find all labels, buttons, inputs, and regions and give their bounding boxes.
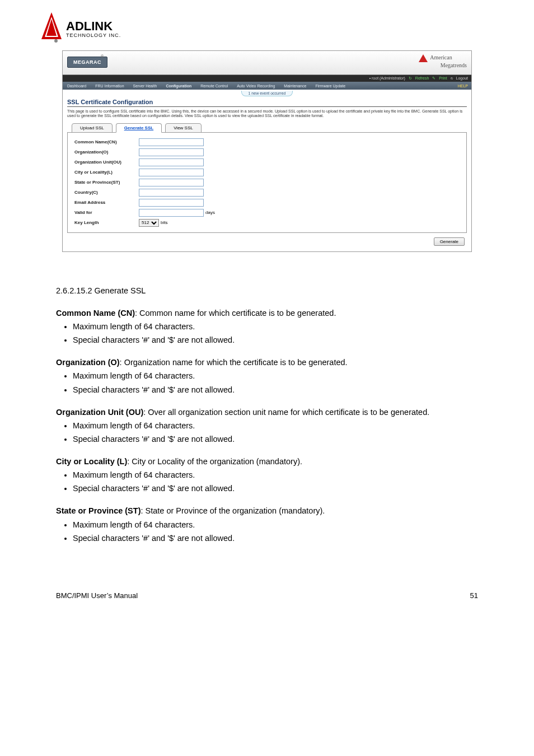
tab-upload-ssl[interactable]: Upload SSL bbox=[72, 123, 113, 133]
ami-line1: American bbox=[430, 54, 452, 60]
nav-firmware[interactable]: Firmware Update bbox=[311, 84, 350, 88]
event-notification[interactable]: 1 new event occurred bbox=[63, 91, 471, 96]
nav-maintenance[interactable]: Maintenance bbox=[279, 84, 311, 88]
ami-logo: American Megatrends bbox=[419, 54, 467, 68]
nav-configuration[interactable]: Configuration bbox=[161, 84, 196, 88]
tab-generate-ssl[interactable]: Generate SSL bbox=[116, 123, 162, 133]
product-badge: MEGARAC bbox=[67, 57, 107, 68]
document-body: 2.6.2.15.2 Generate SSL Common Name (CN)… bbox=[0, 263, 534, 580]
input-o[interactable] bbox=[139, 148, 204, 156]
label-keylen: Key Length bbox=[74, 220, 139, 225]
svg-marker-4 bbox=[419, 54, 428, 62]
input-ou[interactable] bbox=[139, 158, 204, 166]
suffix-days: days bbox=[205, 210, 215, 215]
cn-heading: Common Name (CN): Common name for which … bbox=[56, 308, 478, 318]
nav-fru[interactable]: FRU Information bbox=[91, 84, 128, 88]
input-c[interactable] bbox=[139, 189, 204, 197]
o-bullet-2: Special characters '#' and '$' are not a… bbox=[73, 385, 478, 395]
app-screenshot: MEGARAC ® American Megatrends • root (Ad… bbox=[62, 50, 472, 252]
label-valid: Valid for bbox=[74, 210, 139, 215]
label-o: Organization(O) bbox=[74, 150, 139, 155]
input-cn[interactable] bbox=[139, 138, 204, 146]
nav-help[interactable]: HELP bbox=[458, 84, 471, 88]
tab-view-ssl[interactable]: View SSL bbox=[165, 123, 202, 133]
suffix-bits: bits bbox=[161, 220, 167, 225]
st-bullet-2: Special characters '#' and '$' are not a… bbox=[73, 533, 478, 543]
ou-heading: Organization Unit (OU): Over all organiz… bbox=[56, 407, 478, 417]
page-title: SSL Certificate Configuration bbox=[67, 99, 467, 107]
input-valid[interactable] bbox=[139, 209, 204, 217]
label-l: City or Locality(L) bbox=[74, 170, 139, 175]
figure-caption: 2.6.2.15.2 Generate SSL bbox=[56, 286, 478, 296]
nav-autovideo[interactable]: Auto Video Recording bbox=[232, 84, 279, 88]
o-heading: Organization (O): Organization name for … bbox=[56, 357, 478, 367]
label-st: State or Province(ST) bbox=[74, 180, 139, 185]
label-c: Country(C) bbox=[74, 190, 139, 195]
brand-text: ADLINK bbox=[66, 19, 113, 33]
ou-bullet-1: Maximum length of 64 characters. bbox=[73, 421, 478, 431]
l-bullet-2: Special characters '#' and '$' are not a… bbox=[73, 483, 478, 493]
page-footer: BMC/IPMI User’s Manual 51 bbox=[0, 580, 534, 617]
ami-line2: Megatrends bbox=[441, 62, 467, 68]
label-ou: Organization Unit(OU) bbox=[74, 160, 139, 165]
footer-left: BMC/IPMI User’s Manual bbox=[56, 591, 138, 600]
ou-bullet-2: Special characters '#' and '$' are not a… bbox=[73, 434, 478, 444]
l-heading: City or Locality (L): City or Locality o… bbox=[56, 456, 478, 466]
l-bullet-1: Maximum length of 64 characters. bbox=[73, 470, 478, 480]
refresh-link[interactable]: ↻ Refresh bbox=[409, 76, 429, 80]
input-st[interactable] bbox=[139, 179, 204, 186]
brand-sub: TECHNOLOGY INC. bbox=[66, 32, 121, 38]
page-description: This page is used to configure SSL certi… bbox=[67, 109, 467, 119]
print-link[interactable]: ✎ Print bbox=[432, 76, 447, 80]
tab-row: Upload SSL Generate SSL View SSL bbox=[67, 123, 467, 133]
brand-logo: ADLINK TECHNOLOGY INC. bbox=[0, 0, 534, 50]
label-cn: Common Name(CN) bbox=[74, 139, 139, 144]
footer-right: 51 bbox=[470, 591, 478, 600]
logout-link[interactable]: ⎋ Logout bbox=[451, 76, 468, 80]
user-label: • root (Administrator) bbox=[369, 76, 405, 80]
generate-button[interactable]: Generate bbox=[434, 237, 465, 246]
nav-bar: Dashboard FRU Information Server Health … bbox=[63, 82, 471, 90]
registered-icon: ® bbox=[101, 54, 104, 58]
cn-bullet-1: Maximum length of 64 characters. bbox=[73, 321, 478, 332]
cn-bullet-2: Special characters '#' and '$' are not a… bbox=[73, 335, 478, 345]
tab-pane-generate: Common Name(CN) Organization(O) Organiza… bbox=[67, 132, 467, 233]
utility-bar: • root (Administrator) ↻ Refresh ✎ Print… bbox=[63, 75, 471, 82]
input-email[interactable] bbox=[139, 199, 204, 207]
o-bullet-1: Maximum length of 64 characters. bbox=[73, 371, 478, 381]
st-bullet-1: Maximum length of 64 characters. bbox=[73, 520, 478, 530]
svg-point-3 bbox=[54, 39, 58, 43]
label-email: Email Address bbox=[74, 200, 139, 205]
st-heading: State or Province (ST): State or Provinc… bbox=[56, 506, 478, 516]
app-header: MEGARAC ® American Megatrends bbox=[63, 51, 471, 75]
nav-remotecontrol[interactable]: Remote Control bbox=[196, 84, 232, 88]
input-l[interactable] bbox=[139, 169, 204, 176]
nav-serverhealth[interactable]: Server Health bbox=[129, 84, 162, 88]
nav-dashboard[interactable]: Dashboard bbox=[63, 84, 91, 88]
select-keylen[interactable]: 512 bbox=[139, 219, 159, 227]
